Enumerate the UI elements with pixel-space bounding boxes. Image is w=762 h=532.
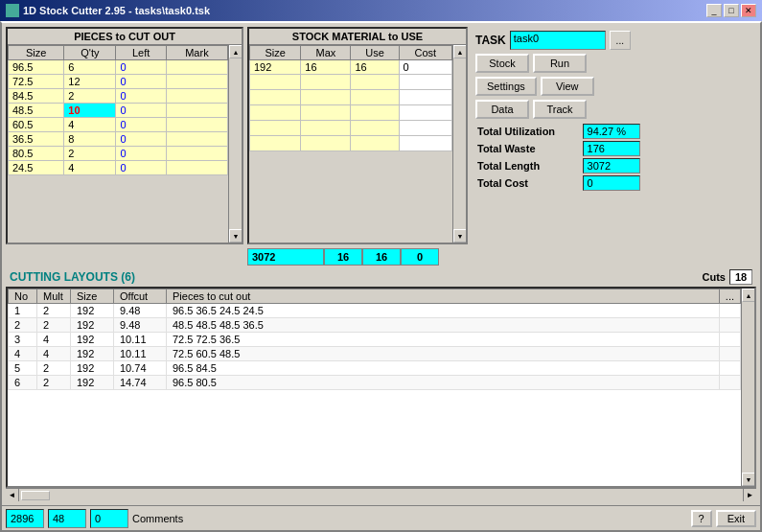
pieces-cell[interactable] xyxy=(166,132,227,147)
layout-cell-size[interactable]: 192 xyxy=(71,361,114,376)
pieces-cell[interactable]: 6 xyxy=(64,60,116,75)
layouts-scroll-down[interactable]: ▼ xyxy=(742,473,755,486)
layout-cell-offcut[interactable]: 9.48 xyxy=(114,304,167,318)
pieces-cell[interactable]: 8 xyxy=(64,132,116,147)
run-button[interactable]: Run xyxy=(533,54,587,73)
layout-cell-mult[interactable]: 2 xyxy=(37,318,71,333)
layout-col-expand[interactable]: ... xyxy=(719,289,740,304)
pieces-cell[interactable]: 0 xyxy=(116,75,166,89)
layout-cell-mult[interactable]: 4 xyxy=(37,333,71,347)
stock-scrollbar[interactable]: ▲ ▼ xyxy=(452,45,466,243)
pieces-cell[interactable] xyxy=(166,118,227,132)
view-button[interactable]: View xyxy=(541,77,594,96)
pieces-cell[interactable]: 48.5 xyxy=(9,104,64,118)
stock-scroll-down[interactable]: ▼ xyxy=(453,229,466,243)
pieces-cell[interactable]: 10 xyxy=(64,104,116,118)
layout-cell-mult[interactable]: 2 xyxy=(37,304,71,318)
pieces-cell[interactable]: 36.5 xyxy=(9,132,64,147)
pieces-cell[interactable]: 0 xyxy=(116,89,166,104)
layout-cell-no[interactable]: 6 xyxy=(9,376,37,390)
layout-cell-offcut[interactable]: 10.74 xyxy=(114,361,167,376)
pieces-cell[interactable]: 4 xyxy=(64,118,116,132)
pieces-cell[interactable]: 0 xyxy=(116,161,166,175)
hscroll-left[interactable]: ◄ xyxy=(6,489,19,501)
h-scrollbar[interactable]: ◄ ► xyxy=(6,488,756,501)
layout-cell-no[interactable]: 4 xyxy=(9,347,37,361)
pieces-cell[interactable]: 4 xyxy=(64,161,116,175)
pieces-cell[interactable] xyxy=(166,60,227,75)
pieces-scrollbar[interactable]: ▲ ▼ xyxy=(228,45,242,243)
maximize-button[interactable]: □ xyxy=(724,4,739,17)
layout-cell-size[interactable]: 192 xyxy=(71,304,114,318)
layout-cell-pieces[interactable]: 96.5 84.5 xyxy=(167,361,720,376)
layout-cell-pieces[interactable]: 72.5 72.5 36.5 xyxy=(167,333,720,347)
layout-cell-offcut[interactable]: 10.11 xyxy=(114,347,167,361)
title-controls: _ □ ✕ xyxy=(706,4,756,17)
pieces-cell[interactable]: 60.5 xyxy=(9,118,64,132)
layout-cell-size[interactable]: 192 xyxy=(71,347,114,361)
layout-cell-mult[interactable]: 2 xyxy=(37,361,71,376)
pieces-panel: PIECES to CUT OUT Size Q'ty Left Mark xyxy=(6,27,243,244)
stock-button[interactable]: Stock xyxy=(475,54,529,73)
task-input[interactable]: task0 xyxy=(510,31,606,50)
pieces-cell[interactable]: 12 xyxy=(64,75,116,89)
pieces-cell[interactable]: 80.5 xyxy=(9,147,64,161)
track-button[interactable]: Track xyxy=(533,100,587,119)
stock-scroll-up[interactable]: ▲ xyxy=(453,45,466,58)
hscroll-thumb[interactable] xyxy=(21,491,50,500)
layout-cell-no[interactable]: 2 xyxy=(9,318,37,333)
layout-cell-pieces[interactable]: 96.5 80.5 xyxy=(167,376,720,390)
pieces-cell[interactable]: 0 xyxy=(116,118,166,132)
pieces-cell[interactable] xyxy=(166,104,227,118)
help-button[interactable]: ? xyxy=(691,510,712,527)
pieces-cell[interactable]: 0 xyxy=(116,104,166,118)
layout-cell-size[interactable]: 192 xyxy=(71,318,114,333)
layout-cell-pieces[interactable]: 72.5 60.5 48.5 xyxy=(167,347,720,361)
layout-cell-pieces[interactable]: 48.5 48.5 48.5 36.5 xyxy=(167,318,720,333)
pieces-cell[interactable] xyxy=(166,147,227,161)
pieces-cell[interactable]: 2 xyxy=(64,89,116,104)
layout-cell-offcut[interactable]: 10.11 xyxy=(114,333,167,347)
layout-cell-offcut[interactable]: 14.74 xyxy=(114,376,167,390)
pieces-cell[interactable]: 0 xyxy=(116,132,166,147)
pieces-cell[interactable]: 24.5 xyxy=(9,161,64,175)
pieces-cell[interactable] xyxy=(166,89,227,104)
stock-cell[interactable]: 16 xyxy=(301,60,351,75)
pieces-cell[interactable] xyxy=(166,75,227,89)
stock-summary-row: 3072 16 16 0 xyxy=(2,248,760,267)
hscroll-right[interactable]: ► xyxy=(743,489,756,501)
browse-button[interactable]: ... xyxy=(610,31,631,50)
minimize-button[interactable]: _ xyxy=(706,4,722,17)
stock-cell[interactable]: 16 xyxy=(351,60,399,75)
cost-label: Total Cost xyxy=(475,174,581,192)
layout-cell-no[interactable]: 5 xyxy=(9,361,37,376)
pieces-cell[interactable]: 96.5 xyxy=(9,60,64,75)
stock-cell[interactable]: 0 xyxy=(399,60,451,75)
exit-button[interactable]: Exit xyxy=(716,510,756,527)
data-button[interactable]: Data xyxy=(475,100,529,119)
pieces-cell[interactable]: 2 xyxy=(64,147,116,161)
layout-cell-size[interactable]: 192 xyxy=(71,376,114,390)
pieces-cell[interactable]: 0 xyxy=(116,147,166,161)
scroll-up[interactable]: ▲ xyxy=(229,45,242,58)
layout-cell-mult[interactable]: 2 xyxy=(37,376,71,390)
close-button[interactable]: ✕ xyxy=(741,4,756,17)
settings-button[interactable]: Settings xyxy=(475,77,537,96)
pieces-cell[interactable]: 84.5 xyxy=(9,89,64,104)
layouts-scrollbar[interactable]: ▲ ▼ xyxy=(741,289,754,486)
layouts-scroll-up[interactable]: ▲ xyxy=(742,289,755,302)
pieces-cell[interactable]: 72.5 xyxy=(9,75,64,89)
stock-cell-empty xyxy=(301,121,351,136)
pieces-cell[interactable]: 0 xyxy=(116,60,166,75)
stock-cell-empty xyxy=(399,121,451,136)
layout-cell-size[interactable]: 192 xyxy=(71,333,114,347)
layout-cell-pieces[interactable]: 96.5 36.5 24.5 24.5 xyxy=(167,304,720,318)
layout-cell-no[interactable]: 1 xyxy=(9,304,37,318)
stock-cell[interactable]: 192 xyxy=(250,60,301,75)
layout-cell-offcut[interactable]: 9.48 xyxy=(114,318,167,333)
scroll-down[interactable]: ▼ xyxy=(229,229,242,243)
layout-cell-no[interactable]: 3 xyxy=(9,333,37,347)
bottom-bar: 2896 48 0 Comments ? Exit xyxy=(2,505,760,530)
layout-cell-mult[interactable]: 4 xyxy=(37,347,71,361)
pieces-cell[interactable] xyxy=(166,161,227,175)
